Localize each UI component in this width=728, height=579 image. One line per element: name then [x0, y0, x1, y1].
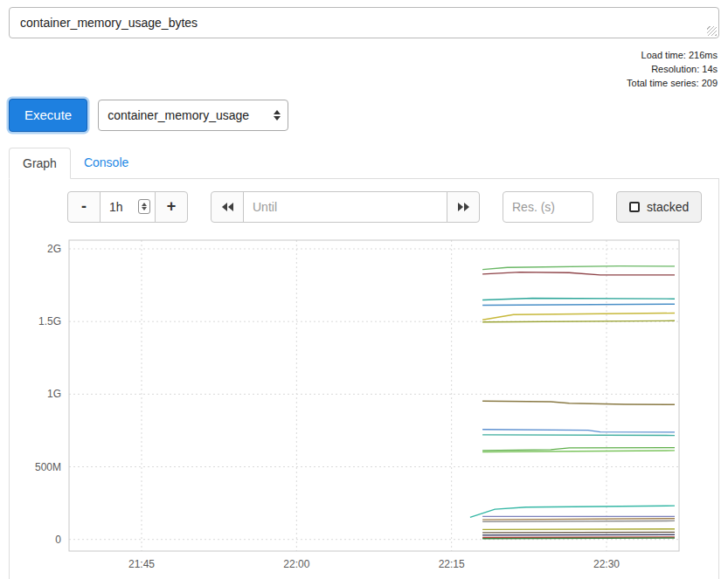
toolbar: Execute container_memory_usage [9, 99, 719, 132]
tab-graph[interactable]: Graph [9, 148, 71, 179]
load-time-text: Load time: 216ms [0, 49, 718, 63]
tab-content: Graph Console - + [9, 148, 719, 579]
svg-text:0: 0 [55, 534, 61, 546]
svg-text:21:45: 21:45 [128, 558, 155, 570]
svg-text:22:15: 22:15 [439, 558, 465, 570]
expression-input[interactable]: container_memory_usage_bytes [9, 7, 719, 38]
until-input[interactable] [243, 191, 447, 223]
graph-panel: - + [9, 178, 719, 579]
rewind-icon [222, 203, 233, 211]
query-input-wrap: container_memory_usage_bytes [9, 7, 719, 38]
resize-grip-icon[interactable] [707, 26, 717, 36]
execute-button[interactable]: Execute [9, 99, 87, 132]
total-series-text: Total time series: 209 [0, 77, 718, 91]
grow-range-button[interactable]: + [155, 191, 188, 223]
shrink-range-button[interactable]: - [67, 191, 101, 223]
svg-text:500M: 500M [35, 460, 61, 472]
duration-input-wrap [100, 191, 156, 223]
checkbox-icon [629, 202, 640, 212]
tabs: Graph Console [9, 148, 719, 178]
svg-text:1.5G: 1.5G [38, 315, 61, 327]
metric-select-value: container_memory_usage [107, 108, 249, 122]
duration-input[interactable] [100, 191, 156, 223]
svg-text:22:30: 22:30 [593, 558, 620, 570]
graph-controls: - + [67, 191, 715, 223]
prometheus-expression-browser: container_memory_usage_bytes Load time: … [0, 0, 728, 579]
duration-control-group: - + [67, 191, 188, 223]
svg-text:1G: 1G [47, 388, 61, 400]
svg-text:2G: 2G [47, 243, 61, 255]
stacked-label: stacked [647, 200, 689, 214]
metric-select[interactable]: container_memory_usage [98, 100, 288, 131]
query-stats: Load time: 216ms Resolution: 14s Total t… [0, 49, 718, 91]
svg-text:22:00: 22:00 [283, 558, 309, 570]
chart-area: 21:4522:0022:1522:300500M1G1.5G2G [13, 230, 715, 579]
stacked-toggle-button[interactable]: stacked [616, 191, 702, 223]
rewind-button[interactable] [211, 191, 244, 223]
forward-icon [458, 203, 469, 211]
chart-svg[interactable]: 21:4522:0022:1522:300500M1G1.5G2G [13, 230, 695, 579]
time-control-group [211, 191, 480, 223]
tab-console[interactable]: Console [71, 148, 142, 178]
forward-button[interactable] [447, 191, 480, 223]
resolution-input[interactable] [503, 191, 593, 223]
select-updown-icon [274, 110, 281, 121]
resolution-text: Resolution: 14s [0, 63, 718, 77]
